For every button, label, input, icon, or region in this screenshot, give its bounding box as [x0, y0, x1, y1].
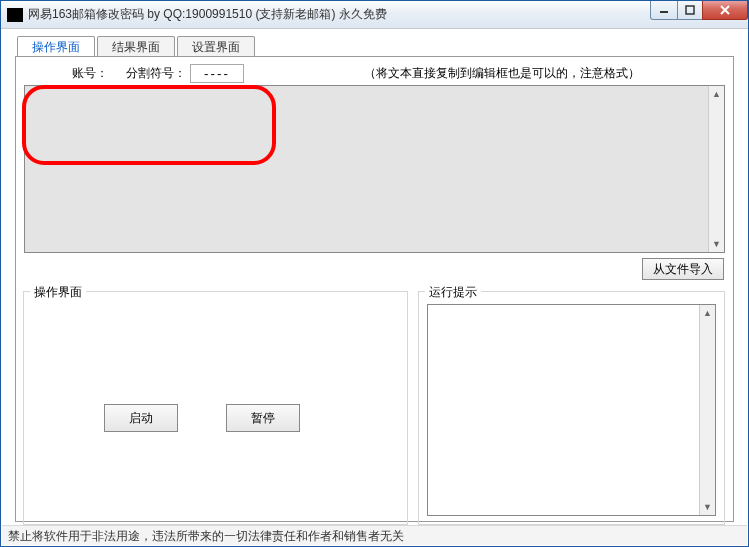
status-text: 禁止将软件用于非法用途，违法所带来的一切法律责任和作者和销售者无关 — [8, 529, 404, 543]
runlog-textarea[interactable]: ▲ ▼ — [427, 304, 716, 516]
tabs-bar: 操作界面 结果界面 设置界面 — [17, 36, 257, 56]
operations-groupbox: 操作界面 启动 暂停 — [23, 291, 408, 525]
minimize-icon — [659, 5, 669, 15]
tab-page-operation: 账号： 分割符号： （将文本直接复制到编辑框也是可以的，注意格式） ▲ ▼ 从文… — [15, 56, 734, 522]
start-button[interactable]: 启动 — [104, 404, 178, 432]
tab-results[interactable]: 结果界面 — [97, 36, 175, 56]
format-hint: （将文本直接复制到编辑框也是可以的，注意格式） — [364, 65, 640, 82]
titlebar[interactable]: 网易163邮箱修改密码 by QQ:1900991510 (支持新老邮箱) 永久… — [1, 1, 748, 29]
scroll-down-icon[interactable]: ▼ — [709, 236, 724, 252]
import-from-file-button[interactable]: 从文件导入 — [642, 258, 724, 280]
client-area: 操作界面 结果界面 设置界面 账号： 分割符号： （将文本直接复制到编辑框也是可… — [8, 29, 741, 524]
window-title: 网易163邮箱修改密码 by QQ:1900991510 (支持新老邮箱) 永久… — [28, 6, 651, 23]
delimiter-input[interactable] — [190, 64, 244, 83]
maximize-button[interactable] — [677, 1, 703, 20]
app-window: 网易163邮箱修改密码 by QQ:1900991510 (支持新老邮箱) 永久… — [0, 0, 749, 547]
delimiter-label: 分割符号： — [126, 65, 186, 82]
accounts-textarea[interactable]: ▲ ▼ — [24, 85, 725, 253]
close-button[interactable] — [702, 1, 748, 20]
account-label: 账号： — [72, 65, 108, 82]
svg-rect-1 — [686, 6, 694, 14]
operations-legend: 操作界面 — [30, 284, 86, 301]
close-icon — [719, 4, 731, 16]
runlog-legend: 运行提示 — [425, 284, 481, 301]
maximize-icon — [685, 5, 695, 15]
textarea-scrollbar[interactable]: ▲ ▼ — [708, 86, 724, 252]
top-row: 账号： 分割符号： （将文本直接复制到编辑框也是可以的，注意格式） — [16, 63, 733, 83]
runlog-groupbox: 运行提示 ▲ ▼ — [418, 291, 725, 525]
scroll-up-icon[interactable]: ▲ — [700, 305, 715, 321]
tab-operation[interactable]: 操作界面 — [17, 36, 95, 56]
app-icon — [7, 8, 23, 22]
scroll-down-icon[interactable]: ▼ — [700, 499, 715, 515]
runlog-scrollbar[interactable]: ▲ ▼ — [699, 305, 715, 515]
status-bar: 禁止将软件用于非法用途，违法所带来的一切法律责任和作者和销售者无关 — [2, 525, 747, 545]
scroll-up-icon[interactable]: ▲ — [709, 86, 724, 102]
minimize-button[interactable] — [650, 1, 678, 20]
window-controls — [651, 1, 748, 28]
tab-settings[interactable]: 设置界面 — [177, 36, 255, 56]
pause-button[interactable]: 暂停 — [226, 404, 300, 432]
